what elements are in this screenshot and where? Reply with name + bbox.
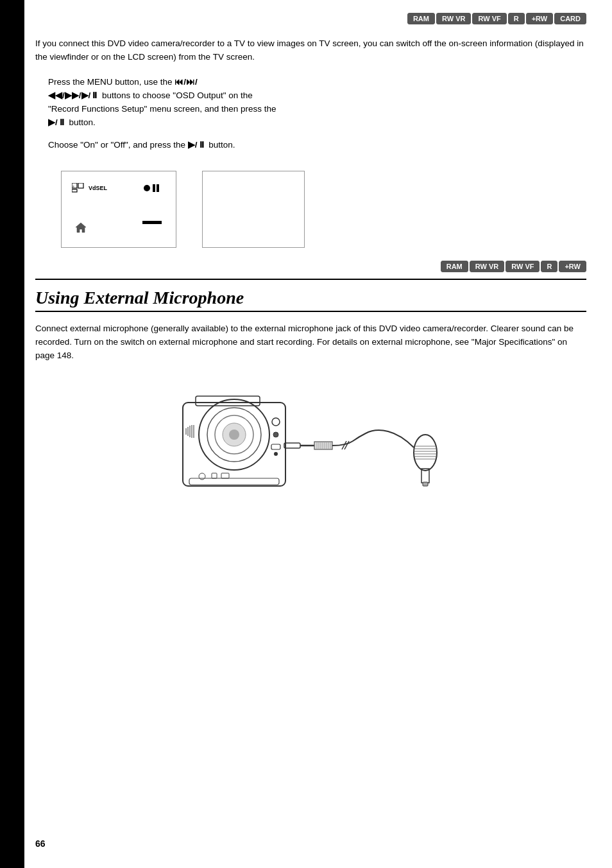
badge-mid-rwvf: RW VF (506, 261, 540, 272)
svg-rect-25 (212, 473, 217, 478)
svg-point-22 (274, 452, 278, 456)
badge-rwvf: RW VF (472, 13, 506, 24)
rec-pause-icon (144, 183, 159, 195)
mid-badge-row: RAM RW VR RW VF R +RW (35, 261, 586, 272)
page: RAM RW VR RW VF R +RW CARD If you connec… (0, 0, 612, 868)
camera-microphone-svg (176, 377, 446, 518)
badge-ram: RAM (407, 13, 435, 24)
left-sidebar-bar (0, 0, 24, 868)
menu-icon: ≡ VdSEL (72, 183, 107, 193)
badge-card: CARD (554, 13, 586, 24)
svg-rect-6 (157, 184, 159, 192)
badge-mid-r: R (541, 261, 557, 272)
camera-illustration (35, 377, 586, 518)
svg-line-40 (344, 441, 349, 449)
svg-point-4 (144, 185, 150, 191)
svg-rect-2 (72, 189, 77, 192)
intro-paragraph: If you connect this DVD video camera/rec… (35, 37, 586, 64)
bar-icon (142, 221, 162, 224)
badge-plusrw: +RW (526, 13, 554, 24)
svg-rect-8 (196, 396, 260, 406)
svg-point-41 (414, 435, 437, 471)
section-top-divider (35, 279, 586, 280)
svg-rect-49 (423, 482, 428, 486)
instruction-1: Press the MENU button, use the ⏮/⏭/◀◀/▶▶… (48, 76, 279, 130)
home-icon (74, 221, 87, 236)
badge-mid-ram: RAM (441, 261, 468, 272)
svg-rect-26 (221, 473, 229, 478)
instruction-2: Choose "On" or "Off", and press the ▶/⏸ … (48, 139, 279, 152)
top-badge-row: RAM RW VR RW VF R +RW CARD (35, 13, 586, 24)
badge-r: R (508, 13, 525, 24)
screen-left: ≡ VdSEL (61, 171, 176, 248)
svg-point-19 (272, 418, 280, 426)
svg-rect-21 (271, 444, 280, 449)
svg-rect-1 (78, 183, 83, 188)
page-number: 66 (35, 838, 46, 849)
svg-rect-5 (153, 184, 155, 192)
screen-right (202, 171, 305, 248)
badge-rwvr: RW VR (436, 13, 471, 24)
svg-text:≡: ≡ (72, 184, 74, 188)
svg-point-13 (229, 430, 239, 440)
section-title: Using External Microphone (35, 288, 586, 308)
diagrams-area: ≡ VdSEL (61, 171, 586, 248)
svg-rect-27 (284, 443, 300, 448)
badge-mid-rwvr: RW VR (470, 261, 504, 272)
svg-point-20 (273, 432, 278, 437)
section-bottom-divider (35, 311, 586, 312)
section-body: Connect external microphone (generally a… (35, 322, 586, 363)
badge-mid-plusrw: +RW (559, 261, 586, 272)
